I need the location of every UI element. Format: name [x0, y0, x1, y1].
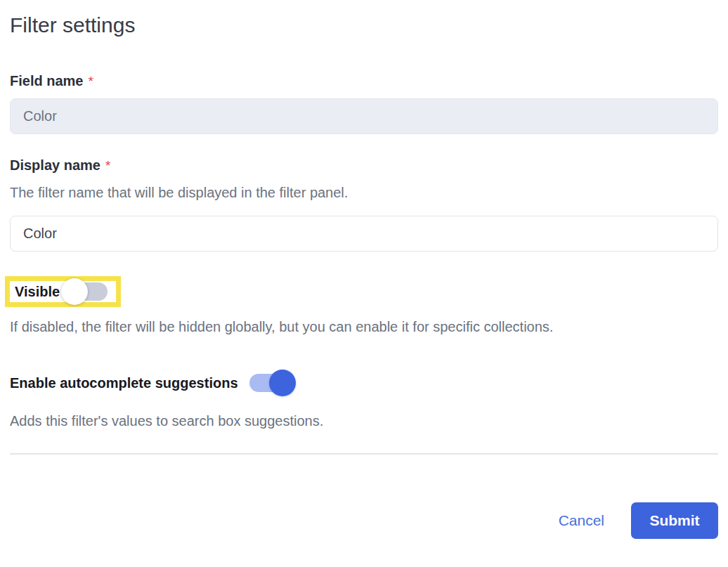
visible-label: Visible: [15, 282, 60, 301]
autocomplete-toggle-knob: [269, 370, 296, 396]
visible-toggle[interactable]: [64, 282, 108, 301]
page-title: Filter settings: [10, 11, 718, 39]
field-name-group: Field name *: [10, 72, 718, 134]
autocomplete-toggle[interactable]: [249, 374, 293, 392]
visible-help-text: If disabled, the filter will be hidden g…: [10, 318, 718, 335]
footer-divider: [10, 453, 718, 455]
submit-button[interactable]: Submit: [631, 502, 718, 539]
field-name-label: Field name: [10, 72, 83, 90]
autocomplete-label: Enable autocomplete suggestions: [10, 374, 238, 392]
autocomplete-row: Enable autocomplete suggestions: [10, 369, 718, 397]
display-name-help-text: The filter name that will be displayed i…: [10, 184, 718, 201]
display-name-required-asterisk: *: [105, 158, 110, 174]
filter-settings-dialog: Filter settings Field name * Display nam…: [0, 11, 728, 539]
visible-toggle-knob: [61, 278, 88, 305]
display-name-group: Display name * The filter name that will…: [10, 156, 718, 252]
display-name-label: Display name: [10, 156, 100, 174]
display-name-input[interactable]: [10, 216, 718, 252]
field-name-input: [10, 98, 718, 134]
footer-actions: Cancel Submit: [10, 502, 718, 539]
field-name-required-asterisk: *: [88, 74, 93, 89]
cancel-button[interactable]: Cancel: [557, 508, 606, 533]
visible-row-annotation-highlight: Visible: [5, 276, 121, 307]
autocomplete-help-text: Adds this filter's values to search box …: [10, 412, 718, 429]
